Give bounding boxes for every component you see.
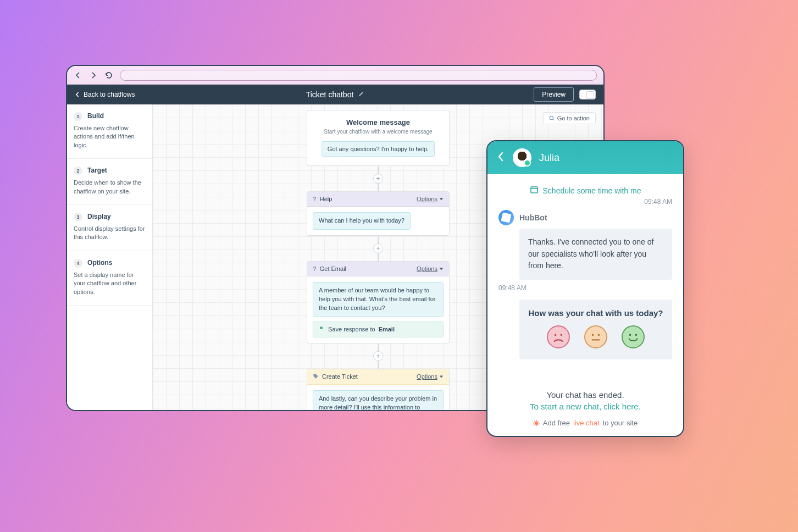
node-options-button[interactable]: Options	[417, 265, 444, 272]
step-desc: Create new chatflow actions and add if/t…	[74, 124, 146, 149]
chat-ended-text: Your chat has ended.	[498, 390, 672, 400]
agent-avatar	[513, 148, 531, 167]
app-header: Back to chatflows Ticket chatbot Preview	[67, 85, 603, 104]
help-message: What can I help you with today?	[313, 212, 411, 230]
options-label: Options	[417, 265, 437, 272]
chat-body: Schedule some time with me 09:48 AM HubB…	[487, 174, 683, 380]
timestamp: 09:48 AM	[498, 284, 672, 292]
options-label: Options	[417, 196, 437, 202]
step-desc: Decide when to show the chatflow on your…	[74, 179, 146, 196]
connector	[378, 361, 379, 369]
schedule-link[interactable]: Schedule some time with me	[498, 185, 672, 196]
go-to-action-label: Go to action	[557, 115, 590, 121]
page-title: Ticket chatbot	[306, 90, 354, 99]
sidebar: 1 Build Create new chatflow actions and …	[67, 104, 153, 410]
go-to-action-button[interactable]: Go to action	[543, 112, 596, 124]
back-icon[interactable]	[74, 71, 82, 80]
add-node-button[interactable]: +	[373, 174, 383, 184]
step-name: Display	[87, 213, 111, 220]
bot-avatar	[498, 210, 514, 225]
connector	[378, 253, 379, 261]
rating-card: How was your chat with us today?	[519, 300, 672, 359]
start-new-chat-link[interactable]: To start a new chat, click here.	[498, 402, 672, 411]
node-welcome[interactable]: Welcome message Start your chatflow with…	[307, 110, 450, 166]
node-header: ? Get Email Options	[307, 262, 449, 276]
sidebar-step-target[interactable]: 2 Target Decide when to show the chatflo…	[67, 159, 152, 205]
rating-neutral-button[interactable]	[584, 325, 607, 348]
sidebar-step-options[interactable]: 4 Options Set a display name for your ch…	[67, 251, 152, 306]
preview-button[interactable]: Preview	[534, 87, 574, 102]
refresh-icon[interactable]	[104, 71, 113, 80]
node-create-ticket[interactable]: Create Ticket Options And lastly, can yo…	[307, 369, 450, 411]
add-node-button[interactable]: +	[373, 351, 383, 361]
step-name: Options	[87, 259, 112, 267]
svg-point-8	[535, 422, 538, 425]
svg-point-0	[550, 116, 553, 119]
svg-point-5	[598, 334, 600, 336]
node-options-button[interactable]: Options	[417, 196, 444, 202]
save-field: Email	[379, 326, 395, 332]
connector	[378, 343, 379, 351]
edit-title-icon[interactable]	[358, 90, 364, 99]
rating-good-button[interactable]	[622, 325, 645, 348]
addfree-pre: Add free	[543, 419, 570, 427]
node-title: Create Ticket	[322, 373, 358, 380]
publish-toggle[interactable]	[579, 90, 596, 99]
node-title: Get Email	[320, 265, 346, 272]
options-label: Options	[417, 373, 437, 380]
save-prefix: Save response to	[328, 326, 375, 332]
sender-row: HubBot	[498, 210, 672, 225]
node-header: Create Ticket Options	[307, 369, 449, 385]
svg-point-6	[629, 334, 631, 336]
svg-point-2	[555, 334, 557, 336]
addfree-post: to your site	[603, 419, 638, 427]
flag-icon	[319, 326, 325, 333]
add-free-livechat-link[interactable]: Add free live chat to your site	[498, 419, 672, 427]
svg-point-7	[635, 334, 638, 336]
sidebar-step-build[interactable]: 1 Build Create new chatflow actions and …	[67, 104, 152, 159]
page-title-wrap: Ticket chatbot	[67, 90, 603, 99]
step-desc: Control display settings for this chatfl…	[74, 225, 146, 242]
svg-point-3	[561, 334, 563, 336]
node-options-button[interactable]: Options	[417, 373, 444, 380]
agent-name: Julia	[539, 152, 559, 164]
email-message: A member of our team would be happy to h…	[313, 282, 444, 317]
question-icon: ?	[313, 265, 317, 272]
step-number: 3	[74, 213, 82, 221]
node-help[interactable]: ? Help Options What can I help you with …	[307, 191, 450, 236]
connector	[378, 166, 379, 174]
tag-icon	[313, 373, 319, 380]
chat-footer: Your chat has ended. To start a new chat…	[487, 380, 683, 436]
sprocket-icon	[533, 420, 540, 426]
forward-icon[interactable]	[89, 71, 98, 80]
svg-point-4	[592, 334, 594, 336]
address-bar[interactable]	[120, 70, 597, 81]
connector	[378, 184, 379, 191]
chat-widget: Julia Schedule some time with me 09:48 A…	[486, 140, 684, 437]
chat-message: Thanks. I've connected you to one of our…	[519, 229, 672, 280]
add-node-button[interactable]: +	[373, 243, 383, 253]
flow-column: Welcome message Start your chatflow with…	[307, 110, 450, 411]
step-name: Build	[87, 112, 104, 120]
chat-back-icon[interactable]	[497, 151, 505, 165]
browser-chrome	[67, 66, 603, 85]
connector	[378, 236, 379, 243]
sidebar-step-display[interactable]: 3 Display Control display settings for t…	[67, 205, 152, 251]
step-desc: Set a display name for your chatflow and…	[74, 271, 146, 296]
step-number: 4	[74, 259, 82, 268]
welcome-title: Welcome message	[316, 118, 440, 126]
welcome-message: Got any questions? I'm happy to help.	[322, 141, 435, 157]
node-header: ? Help Options	[307, 192, 449, 207]
addfree-link: live chat	[573, 419, 600, 427]
step-number: 2	[74, 167, 82, 175]
chat-header: Julia	[487, 141, 683, 174]
node-title: Help	[320, 196, 332, 202]
timestamp: 09:48 AM	[498, 198, 672, 206]
step-name: Target	[87, 167, 107, 174]
rating-bad-button[interactable]	[547, 325, 570, 348]
node-get-email[interactable]: ? Get Email Options A member of our team…	[307, 261, 450, 343]
rating-question: How was your chat with us today?	[528, 308, 663, 318]
save-response-row: Save response to Email	[313, 322, 444, 337]
step-number: 1	[74, 112, 82, 121]
welcome-sub: Start your chatflow with a welcome messa…	[316, 129, 440, 135]
